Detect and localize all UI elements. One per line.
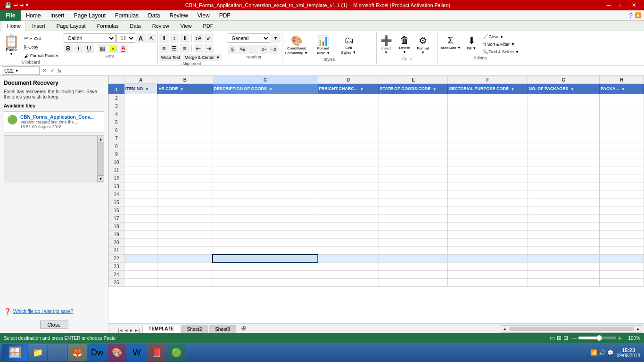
cell-e5[interactable] xyxy=(379,118,448,126)
cell-h23[interactable] xyxy=(600,263,644,271)
clear-btn[interactable]: 🧹Clear▼ xyxy=(481,33,521,40)
col-header-g[interactable]: G xyxy=(528,76,600,84)
cell-h17[interactable] xyxy=(600,214,644,222)
sheet-tab-sheet3[interactable]: Sheet3 xyxy=(209,325,236,333)
align-top-btn[interactable]: ⬆ xyxy=(159,33,169,43)
cell-f5[interactable] xyxy=(448,118,528,126)
cell-f18[interactable] xyxy=(448,222,528,230)
cell-h24[interactable] xyxy=(600,271,644,279)
cell-h11[interactable] xyxy=(600,166,644,174)
save-quick-icon[interactable]: 💾 xyxy=(4,2,12,9)
cell-c20[interactable] xyxy=(213,239,318,247)
minimize-btn[interactable]: ─ xyxy=(603,0,615,10)
cell-g10[interactable] xyxy=(528,158,600,166)
taskbar-icon-browser[interactable]: 🦊 xyxy=(68,344,87,361)
format-btn[interactable]: ⚙ Format ▼ xyxy=(415,33,431,56)
cell-d11[interactable] xyxy=(318,166,379,174)
zoom-slider-thumb[interactable] xyxy=(596,335,602,341)
cell-c17[interactable] xyxy=(213,214,318,222)
cell-b21[interactable] xyxy=(157,247,213,255)
find-select-btn[interactable]: 🔍Find & Select ▼ xyxy=(481,49,521,55)
cell-a12[interactable] xyxy=(124,174,157,182)
align-bottom-btn[interactable]: ⬇ xyxy=(180,33,190,43)
cell-e4[interactable] xyxy=(379,110,448,118)
border-btn[interactable]: ▦ xyxy=(98,44,107,53)
cell-f19[interactable] xyxy=(448,230,528,239)
sheet-nav-first[interactable]: |◄ xyxy=(118,328,123,333)
cell-h13[interactable] xyxy=(600,182,644,190)
cell-f20[interactable] xyxy=(448,239,528,247)
cell-h6[interactable] xyxy=(600,126,644,134)
cell-g7[interactable] xyxy=(528,134,600,142)
cell-b18[interactable] xyxy=(157,222,213,230)
help-icon[interactable]: ? xyxy=(629,12,633,19)
cell-a9[interactable] xyxy=(124,150,157,158)
wrap-text-btn[interactable]: Wrap Text xyxy=(159,54,182,61)
cell-h3[interactable] xyxy=(600,102,644,110)
taskbar-icon-media[interactable]: 🎵 xyxy=(48,344,67,361)
menu-insert[interactable]: Insert xyxy=(46,10,69,21)
cell-a22[interactable] xyxy=(124,255,157,263)
cell-c11[interactable] xyxy=(213,166,318,174)
align-left-btn[interactable]: ≡ xyxy=(159,44,169,53)
cell-h2[interactable] xyxy=(600,94,644,102)
zoom-in-btn[interactable]: + xyxy=(618,334,622,342)
cell-c24[interactable] xyxy=(213,271,318,279)
tab-pdf[interactable]: PDF xyxy=(198,21,218,31)
cell-h25[interactable] xyxy=(600,279,644,287)
cell-d5[interactable] xyxy=(318,118,379,126)
align-center-btn[interactable]: ☰ xyxy=(170,44,179,53)
cell-c22[interactable] xyxy=(213,255,318,263)
menu-page-layout[interactable]: Page Layout xyxy=(69,10,110,21)
cell-c5[interactable] xyxy=(213,118,318,126)
cell-h21[interactable] xyxy=(600,247,644,255)
cell-f4[interactable] xyxy=(448,110,528,118)
cell-b11[interactable] xyxy=(157,166,213,174)
taskbar-icon-explorer[interactable]: 📁 xyxy=(28,344,47,361)
cell-a11[interactable] xyxy=(124,166,157,174)
tab-insert[interactable]: Insert xyxy=(27,21,50,31)
cell-a7[interactable] xyxy=(124,134,157,142)
merge-center-btn[interactable]: Merge & Center ▼ xyxy=(183,54,222,61)
cell-e12[interactable] xyxy=(379,174,448,182)
cell-e24[interactable] xyxy=(379,271,448,279)
cell-f14[interactable] xyxy=(448,190,528,198)
cell-b17[interactable] xyxy=(157,214,213,222)
sheet-nav-prev[interactable]: ◄ xyxy=(124,328,128,333)
cell-g11[interactable] xyxy=(528,166,600,174)
cell-f24[interactable] xyxy=(448,271,528,279)
cell-c23[interactable] xyxy=(213,263,318,271)
cell-a17[interactable] xyxy=(124,214,157,222)
cell-f8[interactable] xyxy=(448,142,528,150)
sheet-container[interactable]: A B C D E F G H 1 ITEM NO ▼ H xyxy=(108,76,644,323)
cell-e19[interactable] xyxy=(379,230,448,239)
align-middle-btn[interactable]: ↕ xyxy=(170,33,179,43)
cell-a19[interactable] xyxy=(124,230,157,239)
cell-g5[interactable] xyxy=(528,118,600,126)
font-size-selector[interactable]: 11 xyxy=(116,33,135,43)
restore-btn[interactable]: □ xyxy=(615,0,627,10)
cell-h4[interactable] xyxy=(600,110,644,118)
cell-g8[interactable] xyxy=(528,142,600,150)
bold-btn[interactable]: B xyxy=(64,44,73,53)
cell-d14[interactable] xyxy=(318,190,379,198)
cell-b13[interactable] xyxy=(157,182,213,190)
cell-d21[interactable] xyxy=(318,247,379,255)
cell-e2[interactable] xyxy=(379,94,448,102)
cell-c9[interactable] xyxy=(213,150,318,158)
cell-h14[interactable] xyxy=(600,190,644,198)
cell-g15[interactable] xyxy=(528,198,600,206)
cell-e1[interactable]: STATE OF GOODS CODE ▼ xyxy=(379,84,448,94)
cell-b9[interactable] xyxy=(157,150,213,158)
text-direction-btn[interactable]: ↕A xyxy=(194,33,203,43)
cell-c25[interactable] xyxy=(213,279,318,287)
cell-f9[interactable] xyxy=(448,150,528,158)
cell-b24[interactable] xyxy=(157,271,213,279)
font-color-btn[interactable]: A xyxy=(119,44,128,53)
cell-c6[interactable] xyxy=(213,126,318,134)
cell-a1[interactable]: ITEM NO ▼ xyxy=(124,84,157,94)
cell-d8[interactable] xyxy=(318,142,379,150)
decrease-indent-btn[interactable]: ⇤ xyxy=(194,44,203,53)
cell-d23[interactable] xyxy=(318,263,379,271)
col-header-a[interactable]: A xyxy=(124,76,157,84)
